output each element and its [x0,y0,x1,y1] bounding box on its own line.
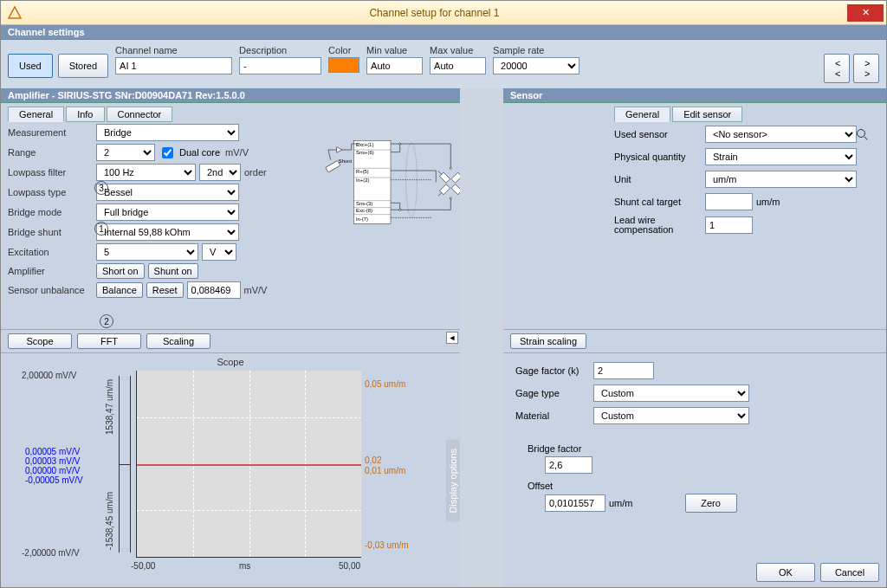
svg-point-36 [399,209,401,210]
bridge-mode-select[interactable]: Full bridge [96,204,239,221]
sensor-tab-edit[interactable]: Edit sensor [672,107,742,122]
tab-info[interactable]: Info [66,107,104,122]
color-label: Color [328,45,359,55]
svg-rect-45 [326,160,340,172]
tab-scope[interactable]: Scope [8,333,72,349]
gage-factor-label: Gage factor (k) [515,365,593,376]
collapse-toggle[interactable]: ◄ [446,332,458,344]
zero-button[interactable]: Zero [685,494,737,513]
tab-connector[interactable]: Connector [107,107,173,122]
material-select[interactable]: Custom [593,407,749,424]
sensor-tab-general[interactable]: General [614,107,670,122]
bridge-factor-label: Bridge factor [528,443,879,454]
used-sensor-label: Used sensor [614,129,705,139]
gage-type-label: Gage type [515,388,593,398]
min-input[interactable] [366,57,423,74]
svg-text:In-(7): In-(7) [356,216,368,222]
measurement-label: Measurement [8,127,96,138]
max-input[interactable] [430,57,486,74]
mid-split: Amplifier - SIRIUS-STG SNr:D00904DA71 Re… [1,88,886,587]
vtext-1: 1538,47 um/m [105,379,114,435]
gage-factor-input[interactable] [593,362,654,379]
search-icon [857,129,865,138]
sensor-unbalance-unit: mV/V [244,285,268,295]
svg-line-33 [438,171,442,175]
scope-title: Scope [1,357,460,367]
tab-scaling[interactable]: Scaling [146,333,210,349]
sample-rate-select[interactable]: 20000 [493,57,579,74]
strain-tabs: Strain scaling [503,330,886,353]
sensor-body: General Edit sensor Used sensor <No sens… [503,103,886,330]
shunt-on-button[interactable]: Shunt on [148,263,198,279]
balance-button[interactable]: Balance [96,282,143,298]
svg-rect-27 [451,172,460,183]
measurement-select[interactable]: Bridge [96,124,239,141]
next-channel-button[interactable]: > > [853,54,879,83]
description-label: Description [239,45,321,55]
used-button[interactable]: Used [8,54,53,78]
svg-marker-39 [337,147,342,152]
ok-button[interactable]: OK [756,563,815,582]
material-label: Material [515,410,593,421]
sensor-unbalance-value[interactable] [187,281,241,299]
scope-area: Scope 2,00000 mV/V -2,00000 mV/V 0,00005… [1,353,460,587]
offset-label: Offset [528,481,879,491]
display-options-toggle[interactable]: Display options [446,440,460,522]
bridge-mode-label: Bridge mode [8,207,96,217]
svg-text:R+(5): R+(5) [356,169,369,174]
short-on-button[interactable]: Short on [96,263,145,279]
lowpass-order-select[interactable]: 2nd [199,164,241,181]
vtext-2: -1538,45 um/m [105,492,114,550]
svg-text:In+(2): In+(2) [356,178,370,183]
used-sensor-select[interactable]: <No sensor> [705,126,857,143]
color-swatch[interactable] [328,57,359,73]
tab-strain-scaling[interactable]: Strain scaling [510,333,586,349]
physical-quantity-select[interactable]: Strain [705,148,857,165]
bridge-shunt-select[interactable]: Internal 59,88 kOhm [96,223,239,241]
lowpass-filter-label: Lowpass filter [8,167,96,178]
dualcore-checkbox[interactable] [162,147,173,158]
order-label: order [244,167,267,178]
lead-wire-comp-input[interactable] [705,216,753,234]
r-label-1: 0,05 um/m [365,379,405,389]
svg-text:Shunt: Shunt [339,158,353,164]
bridge-factor-input[interactable] [545,456,592,474]
window: Channel setup for channel 1 ✕ Channel se… [0,0,887,588]
y-label-top: 2,00000 mV/V [22,371,76,380]
gage-type-select[interactable]: Custom [593,384,749,402]
offset-unit: um/m [609,498,633,508]
lowpass-type-select[interactable]: Bessel [96,184,239,201]
excitation-unit-select[interactable]: V [202,243,236,261]
overlay-b3: 0,00000 mV/V [25,466,80,475]
r-label-3: 0,01 um/m [365,466,405,475]
unit-select[interactable]: um/m [705,171,857,188]
description-input[interactable] [239,57,321,74]
amplifier-label: Amplifier [8,266,96,276]
tab-fft[interactable]: FFT [77,333,141,349]
lowpass-filter-select[interactable]: 100 Hz [96,164,196,181]
prev-channel-button[interactable]: < < [824,54,850,83]
svg-line-32 [438,192,442,196]
window-title: Channel setup for channel 1 [22,7,847,19]
lead-wire-comp-label: Lead wire compensation [614,216,705,235]
amplifier-body: General Info Connector Measurement Bridg… [1,103,460,330]
vertical-separator [460,88,503,587]
reset-button[interactable]: Reset [146,282,184,298]
stored-button[interactable]: Stored [58,54,108,78]
left-pane: Amplifier - SIRIUS-STG SNr:D00904DA71 Re… [1,88,460,587]
range-select[interactable]: 2 [96,144,155,161]
dualcore-label: Dual core [179,147,220,158]
min-label: Min value [366,45,423,55]
close-button[interactable]: ✕ [847,4,884,22]
excitation-select[interactable]: 5 [96,243,198,261]
channel-name-input[interactable] [115,57,232,74]
channel-settings-header: Channel settings [1,25,886,40]
svg-text:Exc-(8): Exc-(8) [356,208,372,213]
offset-input[interactable] [545,494,605,512]
cancel-button[interactable]: Cancel [820,563,879,582]
shunt-cal-target-input[interactable] [705,193,753,210]
range-unit: mV/V [225,147,249,158]
scope-plot[interactable] [136,371,361,558]
strain-area: Gage factor (k) Gage type Custom Materia… [503,353,886,587]
tab-general[interactable]: General [8,107,64,122]
